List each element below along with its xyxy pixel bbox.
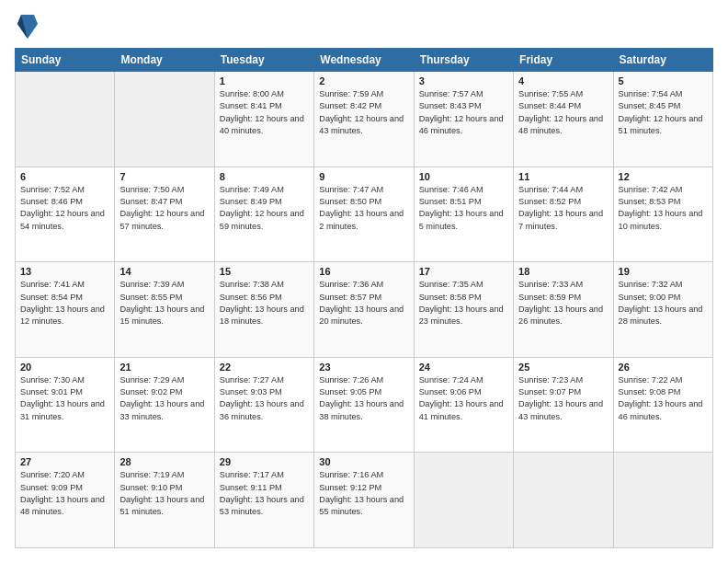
logo bbox=[15, 15, 38, 40]
calendar-week-2: 13Sunrise: 7:41 AMSunset: 8:54 PMDayligh… bbox=[16, 262, 713, 358]
calendar-cell: 5Sunrise: 7:54 AMSunset: 8:45 PMDaylight… bbox=[613, 72, 712, 167]
day-header-wednesday: Wednesday bbox=[314, 49, 414, 72]
calendar-table: SundayMondayTuesdayWednesdayThursdayFrid… bbox=[15, 48, 713, 548]
day-info: Sunrise: 7:23 AMSunset: 9:07 PMDaylight:… bbox=[518, 374, 608, 423]
calendar-cell: 12Sunrise: 7:42 AMSunset: 8:53 PMDayligh… bbox=[613, 167, 712, 262]
calendar-week-0: 1Sunrise: 8:00 AMSunset: 8:41 PMDaylight… bbox=[16, 72, 713, 167]
logo-icon bbox=[17, 13, 38, 40]
calendar-cell: 6Sunrise: 7:52 AMSunset: 8:46 PMDaylight… bbox=[16, 167, 115, 262]
day-number: 3 bbox=[419, 75, 508, 86]
page: SundayMondayTuesdayWednesdayThursdayFrid… bbox=[0, 0, 728, 563]
calendar-cell bbox=[414, 453, 513, 548]
day-number: 28 bbox=[119, 456, 209, 467]
calendar-week-1: 6Sunrise: 7:52 AMSunset: 8:46 PMDaylight… bbox=[16, 167, 713, 262]
day-info: Sunrise: 7:36 AMSunset: 8:57 PMDaylight:… bbox=[319, 279, 408, 327]
calendar-cell: 13Sunrise: 7:41 AMSunset: 8:54 PMDayligh… bbox=[16, 262, 115, 358]
day-number: 1 bbox=[220, 75, 309, 86]
day-info: Sunrise: 7:57 AMSunset: 8:43 PMDaylight:… bbox=[419, 88, 508, 137]
day-number: 21 bbox=[119, 362, 209, 373]
day-info: Sunrise: 7:47 AMSunset: 8:50 PMDaylight:… bbox=[319, 184, 408, 233]
calendar-cell: 19Sunrise: 7:32 AMSunset: 9:00 PMDayligh… bbox=[613, 262, 712, 358]
day-number: 15 bbox=[220, 266, 309, 277]
day-number: 22 bbox=[220, 362, 309, 373]
day-number: 18 bbox=[518, 266, 608, 277]
calendar-cell: 11Sunrise: 7:44 AMSunset: 8:52 PMDayligh… bbox=[514, 167, 613, 262]
day-info: Sunrise: 7:35 AMSunset: 8:58 PMDaylight:… bbox=[419, 279, 508, 327]
calendar-cell: 26Sunrise: 7:22 AMSunset: 9:08 PMDayligh… bbox=[613, 357, 712, 453]
calendar-cell: 30Sunrise: 7:16 AMSunset: 9:12 PMDayligh… bbox=[314, 453, 414, 548]
day-number: 23 bbox=[319, 362, 408, 373]
day-info: Sunrise: 7:38 AMSunset: 8:56 PMDaylight:… bbox=[220, 279, 309, 327]
calendar-cell: 10Sunrise: 7:46 AMSunset: 8:51 PMDayligh… bbox=[414, 167, 513, 262]
day-number: 19 bbox=[619, 266, 708, 277]
day-info: Sunrise: 7:26 AMSunset: 9:05 PMDaylight:… bbox=[319, 374, 408, 423]
day-header-friday: Friday bbox=[514, 49, 613, 72]
day-header-tuesday: Tuesday bbox=[214, 49, 313, 72]
calendar-week-4: 27Sunrise: 7:20 AMSunset: 9:09 PMDayligh… bbox=[16, 453, 713, 548]
day-header-thursday: Thursday bbox=[414, 49, 513, 72]
day-info: Sunrise: 7:59 AMSunset: 8:42 PMDaylight:… bbox=[319, 88, 408, 137]
calendar-week-3: 20Sunrise: 7:30 AMSunset: 9:01 PMDayligh… bbox=[16, 357, 713, 453]
day-header-saturday: Saturday bbox=[613, 49, 712, 72]
day-header-sunday: Sunday bbox=[16, 49, 115, 72]
day-info: Sunrise: 7:44 AMSunset: 8:52 PMDaylight:… bbox=[518, 184, 608, 233]
day-info: Sunrise: 7:33 AMSunset: 8:59 PMDaylight:… bbox=[518, 279, 608, 327]
day-number: 6 bbox=[20, 171, 109, 182]
day-info: Sunrise: 8:00 AMSunset: 8:41 PMDaylight:… bbox=[220, 88, 309, 137]
day-info: Sunrise: 7:24 AMSunset: 9:06 PMDaylight:… bbox=[419, 374, 508, 423]
calendar-cell: 16Sunrise: 7:36 AMSunset: 8:57 PMDayligh… bbox=[314, 262, 414, 358]
day-number: 25 bbox=[518, 362, 608, 373]
calendar-cell: 8Sunrise: 7:49 AMSunset: 8:49 PMDaylight… bbox=[214, 167, 313, 262]
day-number: 10 bbox=[419, 171, 508, 182]
calendar-cell: 4Sunrise: 7:55 AMSunset: 8:44 PMDaylight… bbox=[514, 72, 613, 167]
day-info: Sunrise: 7:16 AMSunset: 9:12 PMDaylight:… bbox=[319, 469, 408, 518]
day-info: Sunrise: 7:19 AMSunset: 9:10 PMDaylight:… bbox=[119, 469, 209, 518]
calendar-cell: 18Sunrise: 7:33 AMSunset: 8:59 PMDayligh… bbox=[514, 262, 613, 358]
day-number: 20 bbox=[20, 362, 109, 373]
calendar-cell: 15Sunrise: 7:38 AMSunset: 8:56 PMDayligh… bbox=[214, 262, 313, 358]
day-info: Sunrise: 7:52 AMSunset: 8:46 PMDaylight:… bbox=[20, 184, 109, 233]
calendar-cell: 17Sunrise: 7:35 AMSunset: 8:58 PMDayligh… bbox=[414, 262, 513, 358]
calendar-cell: 29Sunrise: 7:17 AMSunset: 9:11 PMDayligh… bbox=[214, 453, 313, 548]
day-number: 30 bbox=[319, 456, 408, 467]
day-number: 16 bbox=[319, 266, 408, 277]
day-number: 24 bbox=[419, 362, 508, 373]
day-number: 11 bbox=[518, 171, 608, 182]
calendar-cell: 1Sunrise: 8:00 AMSunset: 8:41 PMDaylight… bbox=[214, 72, 313, 167]
calendar-cell: 9Sunrise: 7:47 AMSunset: 8:50 PMDaylight… bbox=[314, 167, 414, 262]
calendar-cell: 21Sunrise: 7:29 AMSunset: 9:02 PMDayligh… bbox=[115, 357, 214, 453]
calendar-cell bbox=[16, 72, 115, 167]
day-number: 12 bbox=[619, 171, 708, 182]
day-number: 5 bbox=[619, 75, 708, 86]
day-number: 2 bbox=[319, 75, 408, 86]
calendar-cell: 28Sunrise: 7:19 AMSunset: 9:10 PMDayligh… bbox=[115, 453, 214, 548]
day-number: 29 bbox=[220, 456, 309, 467]
day-info: Sunrise: 7:32 AMSunset: 9:00 PMDaylight:… bbox=[619, 279, 708, 327]
day-number: 26 bbox=[619, 362, 708, 373]
day-info: Sunrise: 7:42 AMSunset: 8:53 PMDaylight:… bbox=[619, 184, 708, 233]
day-header-monday: Monday bbox=[115, 49, 214, 72]
day-number: 4 bbox=[518, 75, 608, 86]
day-info: Sunrise: 7:17 AMSunset: 9:11 PMDaylight:… bbox=[220, 469, 309, 518]
calendar-cell: 27Sunrise: 7:20 AMSunset: 9:09 PMDayligh… bbox=[16, 453, 115, 548]
day-info: Sunrise: 7:20 AMSunset: 9:09 PMDaylight:… bbox=[20, 469, 109, 518]
calendar-cell: 22Sunrise: 7:27 AMSunset: 9:03 PMDayligh… bbox=[214, 357, 313, 453]
day-info: Sunrise: 7:54 AMSunset: 8:45 PMDaylight:… bbox=[619, 88, 708, 137]
day-info: Sunrise: 7:22 AMSunset: 9:08 PMDaylight:… bbox=[619, 374, 708, 423]
day-info: Sunrise: 7:39 AMSunset: 8:55 PMDaylight:… bbox=[119, 279, 209, 327]
calendar-cell: 23Sunrise: 7:26 AMSunset: 9:05 PMDayligh… bbox=[314, 357, 414, 453]
calendar-cell bbox=[613, 453, 712, 548]
day-info: Sunrise: 7:55 AMSunset: 8:44 PMDaylight:… bbox=[518, 88, 608, 137]
header bbox=[15, 15, 713, 40]
calendar-cell: 7Sunrise: 7:50 AMSunset: 8:47 PMDaylight… bbox=[115, 167, 214, 262]
calendar-header-row: SundayMondayTuesdayWednesdayThursdayFrid… bbox=[16, 49, 713, 72]
calendar-cell: 24Sunrise: 7:24 AMSunset: 9:06 PMDayligh… bbox=[414, 357, 513, 453]
day-info: Sunrise: 7:29 AMSunset: 9:02 PMDaylight:… bbox=[119, 374, 209, 423]
day-number: 14 bbox=[119, 266, 209, 277]
day-number: 13 bbox=[20, 266, 109, 277]
calendar-cell bbox=[115, 72, 214, 167]
calendar-cell: 2Sunrise: 7:59 AMSunset: 8:42 PMDaylight… bbox=[314, 72, 414, 167]
day-info: Sunrise: 7:30 AMSunset: 9:01 PMDaylight:… bbox=[20, 374, 109, 423]
day-info: Sunrise: 7:41 AMSunset: 8:54 PMDaylight:… bbox=[20, 279, 109, 327]
day-number: 7 bbox=[119, 171, 209, 182]
